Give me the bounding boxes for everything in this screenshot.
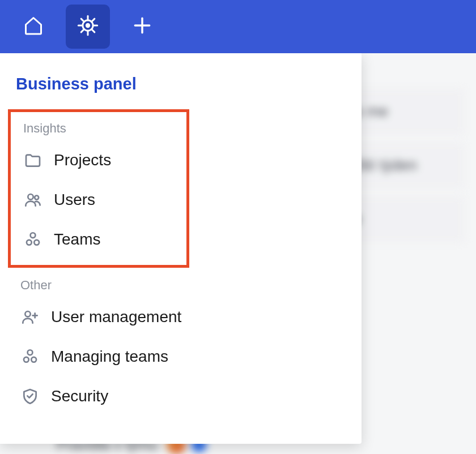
teams-icon: [20, 347, 40, 366]
svg-point-13: [35, 196, 39, 200]
svg-point-15: [27, 240, 32, 245]
menu-item-users[interactable]: Users: [11, 180, 186, 220]
insights-highlight-box: Insights Projects Users: [8, 109, 189, 268]
menu-item-label: Users: [54, 191, 95, 209]
svg-point-22: [31, 357, 36, 362]
menu-item-label: Security: [51, 387, 108, 405]
menu-item-label: User management: [51, 308, 181, 326]
svg-point-16: [34, 240, 39, 245]
svg-point-1: [86, 24, 89, 27]
menu-item-security[interactable]: Security: [0, 376, 362, 416]
svg-point-21: [24, 357, 29, 362]
home-icon: [23, 15, 44, 38]
folder-icon: [23, 151, 42, 170]
menu-item-teams[interactable]: Teams: [11, 220, 186, 259]
menu-item-label: Projects: [54, 151, 111, 169]
section-header-insights: Insights: [11, 118, 186, 140]
svg-line-9: [92, 19, 95, 22]
teams-icon: [23, 230, 42, 249]
svg-point-17: [25, 311, 30, 316]
menu-item-label: Teams: [54, 230, 100, 249]
svg-line-7: [92, 29, 95, 32]
section-header-other: Other: [0, 268, 362, 297]
panel-title[interactable]: Business panel: [0, 75, 362, 109]
users-icon: [23, 190, 42, 209]
svg-point-12: [28, 194, 33, 199]
user-plus-icon: [20, 307, 40, 327]
add-button[interactable]: [120, 5, 164, 49]
shield-check-icon: [20, 387, 40, 406]
home-button[interactable]: [11, 5, 56, 49]
top-navigation-bar: [0, 0, 476, 53]
menu-item-managing-teams[interactable]: Managing teams: [0, 337, 362, 376]
plus-icon: [131, 15, 153, 38]
menu-item-user-management[interactable]: User management: [0, 297, 362, 337]
svg-line-6: [81, 19, 84, 22]
ship-wheel-icon: [76, 14, 99, 39]
svg-point-14: [31, 233, 36, 238]
svg-line-8: [81, 29, 84, 32]
menu-item-projects[interactable]: Projects: [11, 140, 186, 180]
svg-point-20: [28, 350, 33, 355]
menu-item-label: Managing teams: [51, 348, 168, 366]
business-panel-dropdown: Business panel Insights Projects Users: [0, 53, 362, 444]
admin-settings-button[interactable]: [66, 5, 110, 49]
